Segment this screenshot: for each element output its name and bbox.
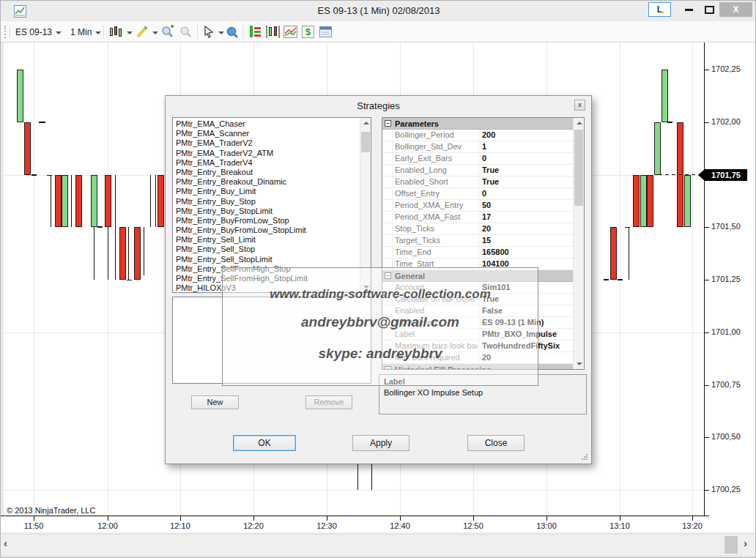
close-button[interactable]: X	[719, 2, 752, 17]
price-marker-arrow	[698, 169, 705, 181]
candles-panel-icon[interactable]	[266, 25, 280, 39]
interval-selector[interactable]: 1 Min	[70, 23, 101, 40]
property-value[interactable]: 20	[478, 223, 574, 235]
property-value[interactable]: 1	[478, 141, 574, 153]
apply-button[interactable]: Apply	[352, 435, 410, 451]
link-button[interactable]: L	[648, 2, 671, 17]
time-tick	[546, 516, 547, 521]
grid-scrollbar[interactable]	[573, 118, 584, 369]
price-tick	[704, 385, 709, 386]
zoom-in-button[interactable]	[160, 23, 175, 40]
property-row[interactable]: Bollinger_Period200	[382, 130, 574, 141]
price-tick-label: 1702,00	[711, 117, 741, 126]
time-tick-label: 12:50	[459, 521, 488, 530]
candle-wick	[150, 175, 151, 227]
property-value[interactable]: 17	[478, 212, 574, 223]
ok-button[interactable]: OK	[233, 435, 296, 451]
strategy-list-item[interactable]: PMtr_Entry_Buy_Limit	[173, 187, 371, 196]
property-value[interactable]: 15	[478, 235, 574, 247]
overlay-icon[interactable]	[284, 25, 297, 39]
strategy-list-item[interactable]: PMtr_Entry_Breakout_Dinamic	[173, 177, 371, 187]
instrument-selector[interactable]: ES 09-13	[15, 23, 62, 40]
property-row[interactable]: Early_Exit_Bars0	[382, 153, 574, 165]
toolbar-grip[interactable]	[4, 26, 7, 38]
resize-grip[interactable]	[582, 454, 588, 460]
list-scrollbar[interactable]	[360, 118, 371, 292]
data-box-button[interactable]	[225, 23, 240, 40]
property-row[interactable]: Time_End165800	[382, 247, 574, 258]
property-value[interactable]: 200	[478, 130, 574, 141]
dialog-close-button[interactable]: x	[574, 100, 585, 111]
time-tick-label: 11:50	[19, 521, 48, 530]
property-value[interactable]: True	[478, 165, 574, 176]
strategy-list-item[interactable]: PMtr_Entry_Sell_Stop	[173, 245, 371, 254]
section-header[interactable]: −Parameters	[382, 118, 574, 130]
strategy-list-item[interactable]: PMtr_Entry_Sell_StopLimit	[173, 255, 371, 264]
scroll-right-icon[interactable]: ›	[744, 537, 747, 549]
property-value[interactable]: 165800	[478, 247, 574, 258]
property-row[interactable]: Enabled_ShortTrue	[382, 176, 574, 188]
scrollbar-thumb[interactable]	[724, 536, 738, 554]
scroll-up-icon[interactable]	[360, 118, 371, 128]
strategy-list-item[interactable]: PMtr_Entry_Breakout	[173, 168, 371, 177]
chart-style-button[interactable]	[109, 23, 133, 40]
chart-trader-icon[interactable]	[248, 25, 262, 39]
watermark-line: www.trading-software-collection.com	[223, 287, 538, 302]
property-value[interactable]: 0	[478, 153, 574, 165]
property-row[interactable]: Stop_Ticks20	[382, 223, 574, 235]
row-gutter	[382, 212, 393, 223]
property-value[interactable]: True	[478, 176, 574, 188]
scrollbar-thumb[interactable]	[361, 132, 370, 152]
strategy-list-item[interactable]: PMtr_EMA_Scanner	[173, 129, 371, 138]
time-tick	[400, 516, 401, 521]
property-row[interactable]: Bollinger_Std_Dev1	[382, 141, 574, 153]
zoom-out-button	[179, 23, 193, 40]
property-row[interactable]: Period_XMA_Entry50	[382, 200, 574, 212]
pointer-button[interactable]	[203, 23, 224, 40]
property-label: Early_Exit_Bars	[393, 153, 478, 165]
property-row[interactable]: Period_XMA_Fast17	[382, 212, 574, 223]
strategy-list-item[interactable]: PMtr_Entry_Sell_Limit	[173, 235, 371, 245]
minimize-button[interactable]	[681, 2, 697, 17]
price-tick	[704, 437, 709, 438]
maximize-button[interactable]	[700, 2, 718, 17]
strategy-list-item[interactable]: PMtr_EMA_TraderV2	[173, 138, 371, 148]
row-gutter	[382, 223, 393, 235]
zoom-out-icon	[179, 25, 193, 40]
row-gutter	[382, 235, 393, 247]
open-close-dash	[618, 279, 623, 280]
strategy-list-item[interactable]: PMtr_Entry_Buy_StopLimit	[173, 207, 371, 216]
close-dialog-button[interactable]: Close	[467, 435, 525, 451]
property-row[interactable]: Offset_Entry0	[382, 188, 574, 200]
strategy-list-item[interactable]: PMtr_Entry_Buy_Stop	[173, 197, 371, 207]
price-tick-label: 1700,50	[711, 432, 741, 441]
properties-icon[interactable]	[319, 25, 333, 39]
strategy-listbox[interactable]: PMtr_EMA_ChaserPMtr_EMA_ScannerPMtr_EMA_…	[172, 117, 371, 293]
price-tick	[704, 490, 709, 491]
strategy-list-item[interactable]: PMtr_Entry_BuyFromLow_Stop	[173, 216, 371, 226]
scroll-down-icon[interactable]	[574, 359, 585, 369]
scroll-up-icon[interactable]	[574, 118, 585, 128]
strategy-list-item[interactable]: PMtr_Entry_BuyFromLow_StopLimit	[173, 226, 371, 235]
strategy-list-item[interactable]: PMtr_EMA_TraderV4	[173, 158, 371, 168]
drawing-tools-button[interactable]	[136, 23, 158, 40]
new-button[interactable]: New	[191, 395, 239, 409]
property-value[interactable]: 0	[478, 188, 574, 200]
candle	[647, 175, 653, 227]
dollar-icon[interactable]: $	[301, 25, 315, 39]
strategy-list-item[interactable]: PMtr_EMA_Chaser	[173, 119, 371, 129]
scroll-left-icon[interactable]: ‹	[4, 537, 7, 549]
property-value[interactable]: 50	[478, 200, 574, 212]
property-label: Offset_Entry	[393, 188, 478, 200]
scrollbar-thumb[interactable]	[574, 130, 583, 206]
property-label: Bollinger_Period	[393, 130, 478, 141]
property-row[interactable]: Target_Ticks15	[382, 235, 574, 247]
property-row[interactable]: Enabled_LongTrue	[382, 165, 574, 176]
strategy-list-item[interactable]: PMtr_EMA_TraderV2_ATM	[173, 149, 371, 158]
candle	[62, 175, 68, 227]
collapse-icon[interactable]: −	[385, 120, 391, 127]
maximize-icon	[705, 6, 714, 14]
horizontal-scrollbar[interactable]: ‹ ›	[1, 534, 756, 555]
chevron-down-icon	[95, 31, 101, 34]
time-tick-label: 13:10	[605, 521, 634, 530]
